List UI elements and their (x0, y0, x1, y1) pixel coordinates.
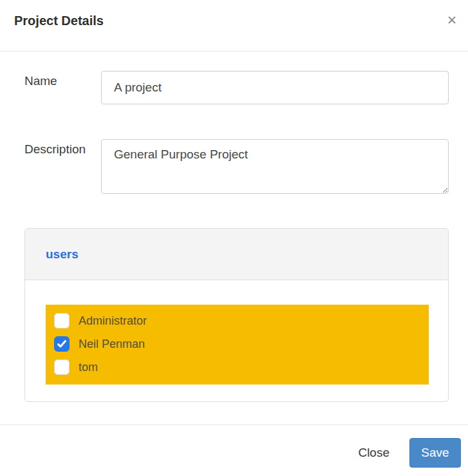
name-label: Name (24, 71, 101, 88)
modal-header: Project Details ✕ (0, 0, 468, 52)
description-input[interactable]: General Purpose Project (101, 139, 449, 194)
user-list: Administrator Neil Penman (46, 305, 429, 385)
users-panel-body: Administrator Neil Penman (25, 280, 448, 401)
name-input[interactable] (101, 71, 449, 104)
users-panel-heading: users (25, 229, 448, 280)
user-label: tom (79, 361, 98, 374)
checkmark-icon (57, 340, 66, 348)
user-row[interactable]: tom (54, 356, 429, 379)
user-checkbox[interactable] (54, 359, 70, 375)
users-panel-title: users (46, 247, 79, 262)
user-row[interactable]: Neil Penman (54, 332, 429, 356)
close-button[interactable]: Close (348, 439, 400, 466)
users-panel: users Administrator (24, 228, 449, 402)
close-icon[interactable]: ✕ (444, 12, 460, 29)
save-button[interactable]: Save (409, 438, 461, 468)
name-row: Name (24, 71, 449, 104)
user-checkbox[interactable] (54, 313, 70, 328)
user-label: Neil Penman (79, 338, 145, 351)
user-checkbox[interactable] (54, 336, 70, 352)
modal-title: Project Details (14, 14, 104, 28)
user-label: Administrator (79, 314, 147, 328)
description-row: Description General Purpose Project (24, 139, 449, 194)
user-row[interactable]: Administrator (54, 309, 429, 332)
description-label: Description (24, 139, 101, 157)
modal-body: Name Description General Purpose Project… (0, 52, 468, 431)
modal-footer: Close Save (0, 424, 468, 476)
